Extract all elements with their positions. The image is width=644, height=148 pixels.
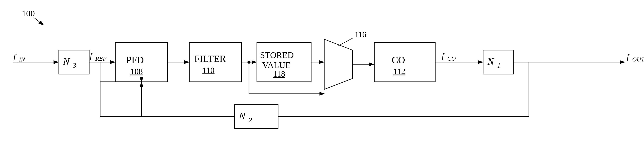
diagram-container: 100 f IN N 3 f REF PFD <box>0 0 644 148</box>
svg-text:N: N <box>239 111 246 121</box>
svg-text:f: f <box>442 51 445 60</box>
svg-line-30 <box>338 38 352 46</box>
svg-text:N: N <box>63 56 70 67</box>
svg-text:N: N <box>487 56 494 67</box>
svg-text:OUT: OUT <box>632 56 644 63</box>
svg-text:CO: CO <box>447 55 456 62</box>
svg-text:112: 112 <box>393 67 406 76</box>
svg-text:3: 3 <box>72 61 76 69</box>
svg-text:f: f <box>90 51 93 60</box>
svg-text:STORED: STORED <box>260 50 294 60</box>
svg-text:110: 110 <box>202 66 214 75</box>
svg-marker-29 <box>324 39 352 89</box>
svg-text:1: 1 <box>497 61 500 69</box>
svg-text:VALUE: VALUE <box>262 60 290 70</box>
diagram-number: 100 <box>22 9 35 18</box>
svg-text:116: 116 <box>355 30 366 39</box>
svg-line-2 <box>34 18 44 25</box>
svg-text:CO: CO <box>392 55 405 65</box>
svg-text:118: 118 <box>273 69 285 78</box>
svg-text:f: f <box>14 52 17 61</box>
svg-text:108: 108 <box>130 67 143 76</box>
svg-text:PFD: PFD <box>126 55 144 65</box>
svg-text:REF: REF <box>95 55 107 62</box>
svg-text:2: 2 <box>248 116 252 124</box>
svg-text:IN: IN <box>19 56 25 63</box>
svg-text:FILTER: FILTER <box>194 53 226 64</box>
svg-text:f: f <box>627 52 630 61</box>
